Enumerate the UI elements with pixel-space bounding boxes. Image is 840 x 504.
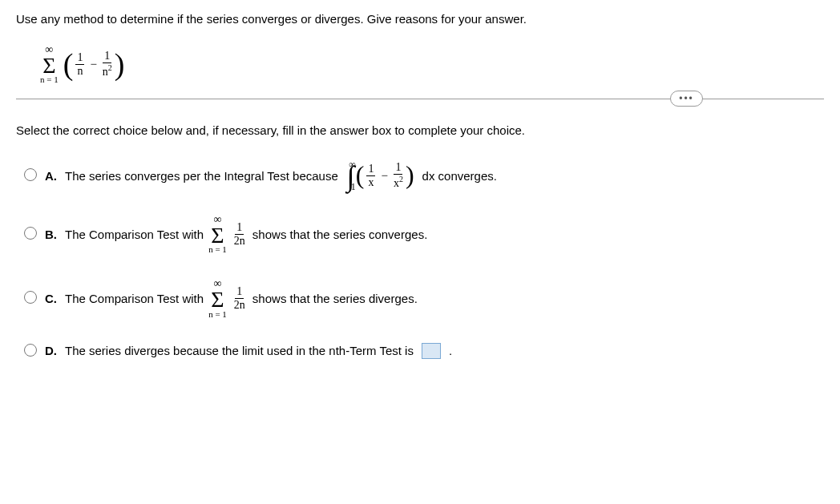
label-b: B. [45,228,57,241]
choice-a-text-before: The series converges per the Integral Te… [65,169,338,183]
term2-den: n2 [103,63,112,78]
radio-d[interactable] [24,344,37,357]
radio-b[interactable] [24,227,37,240]
choice-c: C. The Comparison Test with ∞ Σ n = 1 1 … [24,278,824,318]
integral-expression: ∞ ∫ 1 ( 1 x − 1 x2 ) [346,161,414,190]
choice-b-text-before: The Comparison Test with [65,228,204,241]
choice-c-text-after: shows that the series diverges. [252,292,418,305]
choice-a-text-after: dx converges. [422,169,497,183]
label-c: C. [45,292,57,305]
choice-d-text-after: . [449,344,452,357]
choice-c-text-before: The Comparison Test with [65,292,204,305]
sigma-symbol: Σ [42,55,55,75]
label-a: A. [45,169,57,183]
sigma-lower: n = 1 [40,75,59,84]
term1-num: 1 [75,52,84,65]
term2-num: 1 [103,50,111,63]
choice-d: D. The series diverges because the limit… [24,343,824,359]
radio-a[interactable] [24,168,37,181]
sum-c: ∞ Σ n = 1 1 2n [208,278,248,318]
series-expression: ∞ Σ n = 1 ( 1 n − 1 n2 ) [40,42,824,84]
sum-b: ∞ Σ n = 1 1 2n [208,214,248,254]
choice-b-text-after: shows that the series converges. [252,228,427,241]
choice-d-text-before: The series diverges because the limit us… [65,344,414,357]
answer-input-box[interactable] [422,343,441,359]
choice-b: B. The Comparison Test with ∞ Σ n = 1 1 … [24,214,824,254]
question-prompt: Use any method to determine if the serie… [16,12,824,26]
instruction-text: Select the correct choice below and, if … [16,123,824,137]
label-d: D. [45,344,57,357]
more-dots-icon[interactable]: ••• [670,91,703,107]
choice-a: A. The series converges per the Integral… [24,161,824,190]
radio-c[interactable] [24,291,37,304]
term1-den: n [77,65,83,77]
